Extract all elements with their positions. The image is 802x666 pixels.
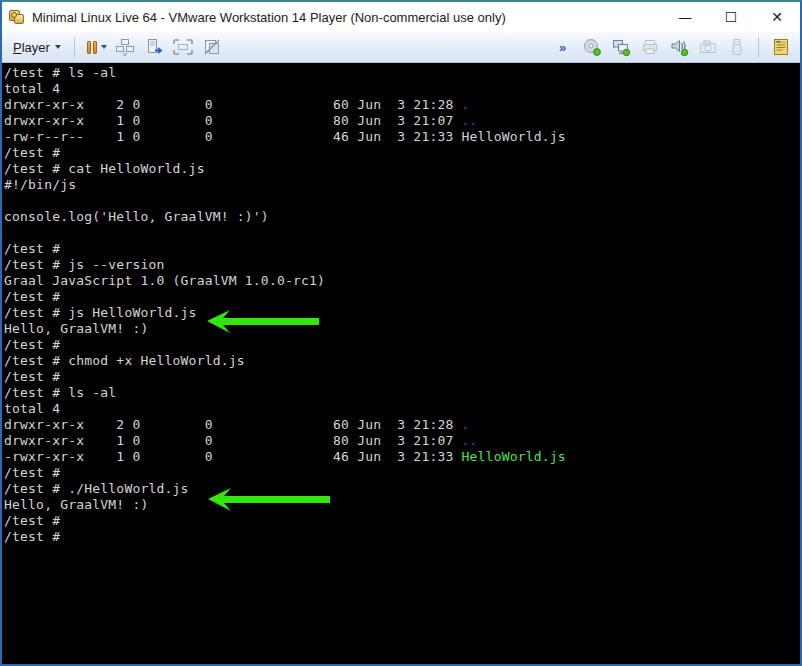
printer-button[interactable] <box>636 35 663 60</box>
title-bar[interactable]: Minimal Linux Live 64 - VMware Workstati… <box>2 2 800 32</box>
minimize-button[interactable]: — <box>662 2 708 32</box>
terminal-line: /test # chmod +x HelloWorld.js <box>4 353 800 369</box>
maximize-icon: ☐ <box>725 9 738 25</box>
terminal-line: total 4 <box>4 81 800 97</box>
usb-device-icon <box>727 37 747 57</box>
terminal-line: /test # ./HelloWorld.js <box>4 481 800 497</box>
terminal-line: /test # <box>4 241 800 257</box>
terminal-line: -rwxr-xr-x 1 0 0 46 Jun 3 21:33 HelloWor… <box>4 449 800 465</box>
sound-icon <box>669 37 689 57</box>
chevron-down-icon <box>55 45 61 49</box>
pause-icon <box>87 41 91 54</box>
terminal-line: /test # <box>4 369 800 385</box>
printer-icon <box>640 37 660 57</box>
connected-status-dot <box>681 49 687 55</box>
camera-button[interactable] <box>694 35 721 60</box>
vmware-player-window: Minimal Linux Live 64 - VMware Workstati… <box>0 0 802 666</box>
terminal-line: Hello, GraalVM! :) <box>4 321 800 337</box>
send-ctrl-alt-del-icon <box>115 37 135 57</box>
connected-status-dot <box>593 49 600 56</box>
toolbar: Player <box>2 32 800 63</box>
window-title: Minimal Linux Live 64 - VMware Workstati… <box>32 10 506 25</box>
double-chevron-icon: » <box>555 40 570 55</box>
vmware-app-icon <box>8 9 26 25</box>
terminal-screen[interactable]: /test # ls -altotal 4drwxr-xr-x 2 0 0 60… <box>2 63 800 664</box>
toolbar-separator <box>74 37 75 57</box>
sound-button[interactable] <box>665 35 692 60</box>
terminal-line: drwxr-xr-x 2 0 0 60 Jun 3 21:28 . <box>4 417 800 433</box>
terminal-line: drwxr-xr-x 1 0 0 80 Jun 3 21:07 .. <box>4 113 800 129</box>
unity-button[interactable] <box>199 35 226 60</box>
suspend-button[interactable] <box>83 39 110 56</box>
terminal-line: /test # <box>4 289 800 305</box>
fullscreen-icon <box>172 37 194 57</box>
terminal-line: -rw-r--r-- 1 0 0 46 Jun 3 21:33 HelloWor… <box>4 129 800 145</box>
network-displays-icon <box>611 37 631 57</box>
usb-device-button[interactable] <box>723 35 750 60</box>
fullscreen-button[interactable] <box>170 35 197 60</box>
terminal-line: Hello, GraalVM! :) <box>4 497 800 513</box>
toolbar-separator <box>758 37 759 57</box>
network-displays-button[interactable] <box>607 35 634 60</box>
close-button[interactable]: ✕ <box>754 2 800 32</box>
maximize-button[interactable]: ☐ <box>708 2 754 32</box>
connected-status-dot <box>623 49 629 55</box>
terminal-line: /test # <box>4 513 800 529</box>
terminal-line: console.log('Hello, GraalVM! :)') <box>4 209 800 225</box>
manage-devices-button[interactable] <box>141 35 168 60</box>
unity-icon <box>202 37 222 57</box>
terminal-line: total 4 <box>4 401 800 417</box>
terminal-line <box>4 193 800 209</box>
terminal-line: /test # <box>4 145 800 161</box>
window-controls: — ☐ ✕ <box>662 2 800 32</box>
terminal-line: /test # ls -al <box>4 385 800 401</box>
terminal-line <box>4 225 800 241</box>
cd-drive-button[interactable] <box>578 35 605 60</box>
terminal-line: /test # js --version <box>4 257 800 273</box>
terminal-line: /test # cat HelloWorld.js <box>4 161 800 177</box>
minimize-icon: — <box>678 9 692 25</box>
terminal-line: drwxr-xr-x 2 0 0 60 Jun 3 21:28 . <box>4 97 800 113</box>
library-notes-button[interactable] <box>767 35 794 60</box>
terminal-line: /test # js HelloWorld.js <box>4 305 800 321</box>
terminal-line: /test # <box>4 337 800 353</box>
terminal-line: Graal JavaScript 1.0 (GraalVM 1.0.0-rc1) <box>4 273 800 289</box>
send-ctrl-alt-del-button[interactable] <box>112 35 139 60</box>
toolbar-overflow-button[interactable]: » <box>549 35 576 60</box>
terminal-line: drwxr-xr-x 1 0 0 80 Jun 3 21:07 .. <box>4 433 800 449</box>
chevron-down-icon <box>101 45 107 49</box>
terminal-line: #!/bin/js <box>4 177 800 193</box>
terminal-line: /test # <box>4 529 800 545</box>
player-menu[interactable]: Player <box>8 38 66 57</box>
terminal-line: /test # <box>4 465 800 481</box>
terminal-line: /test # ls -al <box>4 65 800 81</box>
manage-devices-icon <box>144 37 164 57</box>
library-notes-icon <box>771 37 791 57</box>
close-icon: ✕ <box>771 9 783 25</box>
player-menu-label: Player <box>13 40 50 55</box>
cd-drive-icon <box>582 37 602 57</box>
camera-icon <box>698 37 718 57</box>
